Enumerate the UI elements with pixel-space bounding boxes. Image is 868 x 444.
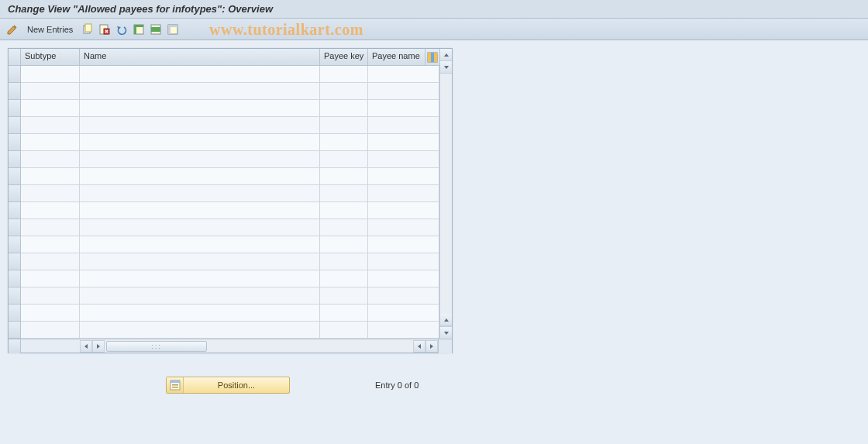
row-selector[interactable]: [9, 253, 21, 270]
row-selector[interactable]: [9, 83, 21, 100]
cell-name[interactable]: [80, 168, 320, 185]
cell-payee-key[interactable]: [320, 83, 368, 100]
row-selector[interactable]: [9, 287, 21, 305]
cell-payee-key[interactable]: [320, 219, 368, 236]
toggle-change-icon[interactable]: [5, 22, 20, 37]
cell-payee-name[interactable]: [368, 219, 439, 236]
cell-subtype[interactable]: [21, 202, 80, 219]
row-selector[interactable]: [9, 305, 21, 322]
cell-payee-key[interactable]: [320, 253, 368, 270]
scroll-down-bottom-icon[interactable]: [440, 326, 452, 339]
delete-icon[interactable]: [97, 22, 112, 37]
vertical-scrollbar[interactable]: [439, 49, 452, 339]
hscroll-left-icon[interactable]: [80, 340, 92, 353]
row-selector[interactable]: [9, 151, 21, 168]
cell-payee-name[interactable]: [368, 168, 439, 185]
cell-name[interactable]: [80, 66, 320, 83]
cell-payee-name[interactable]: [368, 134, 439, 151]
cell-payee-key[interactable]: [320, 305, 368, 322]
col-payee-key[interactable]: Payee key: [320, 49, 368, 66]
cell-subtype[interactable]: [21, 287, 80, 305]
cell-payee-name[interactable]: [368, 236, 439, 253]
cell-payee-name[interactable]: [368, 202, 439, 219]
select-block-icon[interactable]: [148, 22, 164, 37]
cell-payee-name[interactable]: [368, 151, 439, 168]
cell-payee-name[interactable]: [368, 287, 439, 305]
cell-name[interactable]: [80, 305, 320, 322]
row-selector[interactable]: [9, 236, 21, 253]
cell-name[interactable]: [80, 253, 320, 270]
cell-payee-name[interactable]: [368, 270, 439, 287]
cell-payee-key[interactable]: [320, 270, 368, 287]
row-selector[interactable]: [9, 134, 21, 151]
row-selector[interactable]: [9, 100, 21, 117]
hscroll-left-inner-icon[interactable]: [413, 340, 425, 353]
scroll-track[interactable]: [440, 74, 452, 314]
row-selector[interactable]: [9, 219, 21, 236]
cell-payee-name[interactable]: [368, 117, 439, 134]
cell-payee-name[interactable]: [368, 322, 439, 339]
cell-payee-name[interactable]: [368, 253, 439, 270]
cell-subtype[interactable]: [21, 83, 80, 100]
cell-payee-name[interactable]: [368, 83, 439, 100]
cell-subtype[interactable]: [21, 117, 80, 134]
cell-name[interactable]: [80, 322, 320, 339]
cell-subtype[interactable]: [21, 270, 80, 287]
cell-name[interactable]: [80, 83, 320, 100]
hscroll-right-inner-icon[interactable]: [92, 340, 105, 353]
cell-payee-name[interactable]: [368, 66, 439, 83]
cell-subtype[interactable]: [21, 305, 80, 322]
col-subtype[interactable]: Subtype: [21, 49, 80, 66]
row-selector[interactable]: [9, 202, 21, 219]
col-payee-name[interactable]: Payee name: [368, 49, 425, 66]
col-name[interactable]: Name: [80, 49, 320, 66]
row-selector[interactable]: [9, 270, 21, 287]
cell-name[interactable]: [80, 100, 320, 117]
cell-payee-name[interactable]: [368, 100, 439, 117]
cell-payee-key[interactable]: [320, 287, 368, 305]
undo-icon[interactable]: [114, 22, 129, 37]
cell-payee-key[interactable]: [320, 185, 368, 202]
row-selector[interactable]: [9, 322, 21, 339]
row-selector[interactable]: [9, 185, 21, 202]
select-all-icon[interactable]: [131, 22, 146, 37]
cell-name[interactable]: [80, 219, 320, 236]
cell-subtype[interactable]: [21, 100, 80, 117]
cell-name[interactable]: [80, 185, 320, 202]
configure-columns-icon[interactable]: [425, 49, 439, 66]
cell-payee-name[interactable]: [368, 185, 439, 202]
position-button[interactable]: Position...: [166, 377, 290, 394]
cell-subtype[interactable]: [21, 185, 80, 202]
scroll-up-bottom-icon[interactable]: [440, 314, 452, 326]
cell-subtype[interactable]: [21, 168, 80, 185]
cell-payee-key[interactable]: [320, 322, 368, 339]
cell-name[interactable]: [80, 270, 320, 287]
cell-name[interactable]: [80, 117, 320, 134]
row-selector[interactable]: [9, 117, 21, 134]
new-entries-button[interactable]: New Entries: [22, 22, 78, 37]
row-selector-header[interactable]: [9, 49, 21, 66]
cell-payee-key[interactable]: [320, 66, 368, 83]
cell-subtype[interactable]: [21, 66, 80, 83]
cell-payee-key[interactable]: [320, 100, 368, 117]
cell-subtype[interactable]: [21, 219, 80, 236]
copy-as-icon[interactable]: [80, 22, 95, 37]
cell-subtype[interactable]: [21, 151, 80, 168]
deselect-all-icon[interactable]: [165, 22, 181, 37]
cell-name[interactable]: [80, 134, 320, 151]
cell-payee-key[interactable]: [320, 168, 368, 185]
cell-subtype[interactable]: [21, 253, 80, 270]
cell-payee-key[interactable]: [320, 236, 368, 253]
hscroll-right-icon[interactable]: [425, 340, 438, 353]
cell-payee-key[interactable]: [320, 117, 368, 134]
hscroll-thumb[interactable]: :::: [106, 341, 207, 352]
cell-name[interactable]: [80, 202, 320, 219]
cell-subtype[interactable]: [21, 322, 80, 339]
row-selector[interactable]: [9, 66, 21, 83]
cell-name[interactable]: [80, 151, 320, 168]
cell-payee-key[interactable]: [320, 151, 368, 168]
row-selector[interactable]: [9, 168, 21, 185]
scroll-down-icon[interactable]: [440, 61, 452, 74]
cell-payee-key[interactable]: [320, 202, 368, 219]
cell-payee-key[interactable]: [320, 134, 368, 151]
